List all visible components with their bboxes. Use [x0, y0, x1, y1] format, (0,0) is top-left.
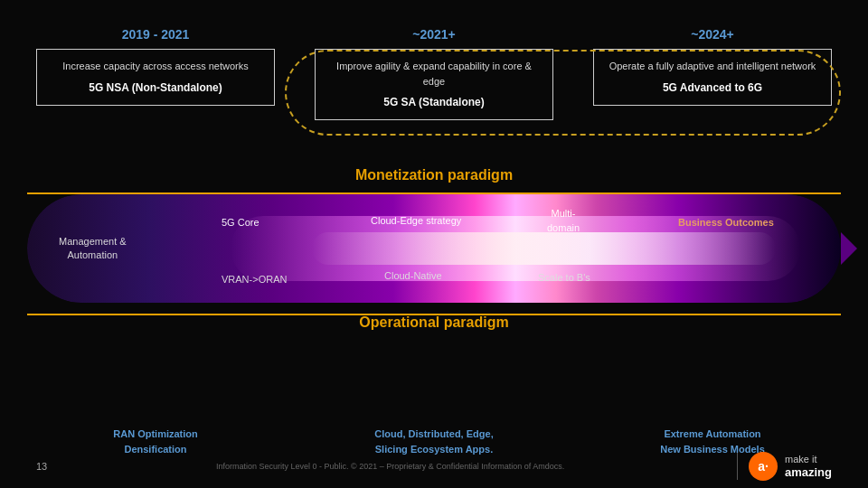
- logo-divider: [737, 453, 738, 480]
- timeline-desc-3: Operate a fully adaptive and intelligent…: [609, 61, 816, 71]
- monetization-title: Monetization paradigm: [0, 167, 868, 183]
- label-multi-domain: Multi- domain: [547, 207, 580, 235]
- label-vran: VRAN->ORAN: [222, 273, 287, 286]
- logo-make-it: make it: [785, 454, 832, 465]
- footer: 13 Information Security Level 0 - Public…: [36, 452, 832, 481]
- logo-icon: a·: [749, 452, 778, 481]
- timeline-year-1: 2019 - 2021: [122, 27, 190, 42]
- timeline-desc-2: Improve agility & expand capability in c…: [336, 61, 532, 87]
- timeline-label-2: 5G SA (Standalone): [328, 94, 540, 110]
- timeline-box-2: Improve agility & expand capability in c…: [315, 49, 553, 120]
- arrow-right: [841, 232, 857, 265]
- operational-section: Operational paradigm: [0, 314, 868, 331]
- slide: 2019 - 2021 Increase capacity across acc…: [0, 0, 868, 488]
- logo-text: make it amazing: [785, 454, 832, 480]
- timeline-desc-1: Increase capacity across access networks: [62, 61, 248, 71]
- label-scale: Scale to B's: [538, 271, 590, 285]
- footer-logo: a· make it amazing: [733, 452, 832, 481]
- timeline-col-1: 2019 - 2021 Increase capacity across acc…: [36, 27, 275, 106]
- label-management: Management & Automation: [59, 235, 127, 263]
- timeline-year-3: ~2024+: [691, 27, 734, 42]
- label-business-outcomes: Business Outcomes: [678, 216, 774, 230]
- label-5g-core: 5G Core: [222, 216, 259, 230]
- timeline-label-3: 5G Advanced to 6G: [607, 80, 818, 96]
- label-cloud-edge: Cloud-Edge strategy: [371, 214, 461, 228]
- torpedo-labels: Management & Automation 5G Core VRAN->OR…: [27, 194, 841, 303]
- logo-amazing: amazing: [785, 465, 832, 480]
- operational-title: Operational paradigm: [0, 314, 868, 331]
- timeline-box-3: Operate a fully adaptive and intelligent…: [593, 49, 832, 106]
- monetization-section: Monetization paradigm: [0, 167, 868, 191]
- timeline-box-1: Increase capacity across access networks…: [36, 49, 275, 106]
- footer-page-number: 13: [36, 461, 47, 472]
- timeline-section: 2019 - 2021 Increase capacity across acc…: [36, 27, 832, 120]
- timeline-label-1: 5G NSA (Non-Standalone): [50, 80, 261, 96]
- timeline-year-2: ~2021+: [412, 27, 456, 42]
- footer-info-text: Information Security Level 0 - Public. ©…: [65, 462, 715, 471]
- label-cloud-native: Cloud-Native: [384, 269, 442, 283]
- timeline-col-2: ~2021+ Improve agility & expand capabili…: [315, 27, 553, 120]
- timeline-col-3: ~2024+ Operate a fully adaptive and inte…: [593, 27, 832, 106]
